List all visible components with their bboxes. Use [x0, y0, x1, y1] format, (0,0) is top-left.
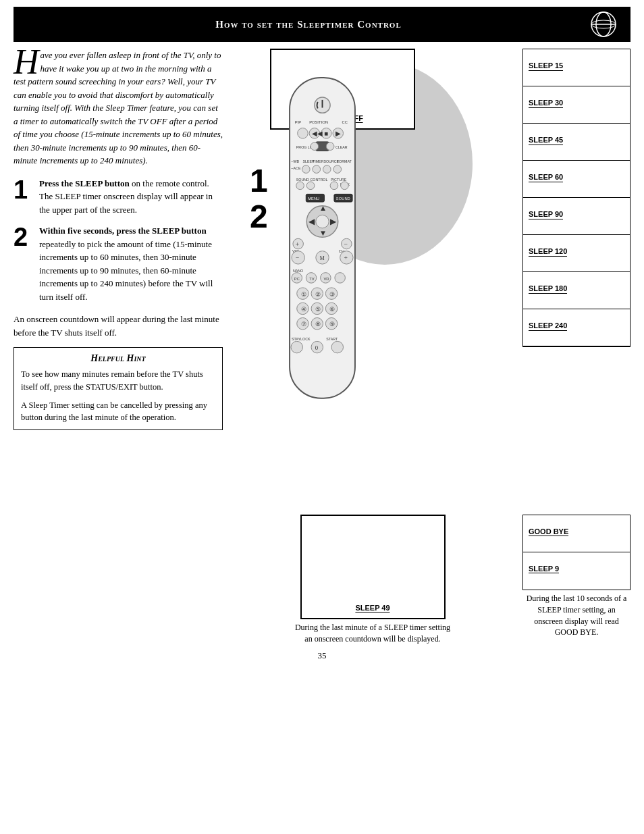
svg-text:−: −: [296, 254, 299, 261]
bottom-left-caption: During the last minute of a SLEEP timer …: [292, 622, 454, 645]
step-2-text: Within five seconds, press the SLEEP but…: [39, 224, 223, 303]
svg-text:▲: ▲: [319, 204, 327, 213]
right-panel: SLEEP 15 SLEEP 30 SLEEP 45 SLEEP 60 SLEE…: [522, 49, 630, 347]
step-note: An onscreen countdown will appear during…: [14, 313, 223, 339]
sleep-goodbye-item: GOOD BYE: [523, 515, 630, 552]
svg-text:▼: ▼: [319, 229, 327, 238]
svg-text:⑧: ⑧: [315, 321, 321, 328]
svg-point-29: [313, 165, 321, 174]
page-number: 35: [0, 650, 644, 661]
svg-text:+: +: [344, 254, 347, 261]
svg-text:POSITION: POSITION: [309, 120, 328, 124]
svg-text:⑦: ⑦: [301, 321, 306, 328]
bottom-area: SLEEP 49 During the last minute of a SLE…: [14, 515, 630, 645]
sleep-item-90: SLEEP 90: [523, 198, 630, 235]
steps-numbers-overlay: 1 2: [250, 163, 268, 235]
svg-point-20: [311, 142, 319, 151]
svg-text:①: ①: [301, 291, 306, 298]
svg-point-36: [306, 182, 315, 190]
svg-point-35: [296, 182, 304, 190]
svg-point-92: [331, 341, 343, 353]
svg-text:TV: TV: [309, 277, 315, 281]
svg-text:PC: PC: [294, 277, 300, 281]
bottom-center-screen: SLEEP 49: [300, 515, 446, 619]
hint-title: Helpful Hint: [21, 353, 215, 364]
step-2-bold: Within five seconds, press the SLEEP but…: [39, 226, 207, 236]
bottom-right-caption: During the last 10 seconds of a SLEEP ti…: [522, 593, 630, 638]
svg-text:CLEAR: CLEAR: [336, 145, 348, 149]
step-overlay-2: 2: [250, 199, 268, 235]
svg-point-44: [316, 215, 329, 228]
sleep-label-45: SLEEP 45: [529, 136, 563, 145]
svg-point-37: [330, 182, 338, 190]
step-1-bold: Press the SLEEP button: [39, 178, 130, 188]
step-2-number: 2: [14, 224, 32, 250]
intro-text: Have you ever fallen asleep in front of …: [14, 49, 223, 167]
svg-text:--WB: --WB: [291, 159, 300, 163]
bottom-right-wrap: GOOD BYE SLEEP 9 During the last 10 seco…: [522, 515, 630, 645]
sleep-label-15: SLEEP 15: [529, 61, 563, 71]
svg-text:SOUND CONTROL: SOUND CONTROL: [296, 178, 328, 182]
svg-text:CC: CC: [342, 120, 348, 124]
sleep-9-item: SLEEP 9: [523, 552, 630, 590]
sleep-label-180: SLEEP 180: [529, 284, 567, 294]
step-2: 2 Within five seconds, press the SLEEP b…: [14, 224, 223, 303]
sleep-label-90: SLEEP 90: [529, 210, 563, 219]
goodbye-label: GOOD BYE: [529, 527, 568, 536]
step-1-text: Press the SLEEP button on the remote con…: [39, 177, 223, 217]
svg-text:MENU: MENU: [308, 197, 319, 201]
svg-text:PICTURE: PICTURE: [331, 178, 347, 182]
svg-text:−: −: [344, 240, 347, 248]
sleep-label-120: SLEEP 120: [529, 247, 567, 257]
svg-text:⑥: ⑥: [329, 306, 335, 313]
svg-text:■: ■: [324, 130, 328, 137]
svg-text:▶: ▶: [330, 217, 337, 226]
bottom-left-spacer: [14, 515, 223, 645]
svg-point-30: [323, 165, 331, 174]
svg-text:NANO: NANO: [293, 269, 303, 273]
hint-box: Helpful Hint To see how many minutes rem…: [14, 347, 223, 430]
bottom-center-screen-label: SLEEP 49: [355, 604, 390, 613]
bottom-right-sleep-box: GOOD BYE SLEEP 9: [522, 515, 630, 590]
svg-point-21: [326, 142, 334, 151]
page-header: How to set the Sleeptimer Control: [14, 7, 630, 42]
step-1-number: 1: [14, 177, 32, 203]
svg-text:▶: ▶: [336, 130, 341, 137]
svg-point-89: [291, 341, 302, 353]
step-overlay-1: 1: [250, 163, 268, 199]
svg-text:⑤: ⑤: [315, 306, 321, 313]
svg-point-38: [341, 182, 349, 190]
main-content: Have you ever fallen asleep in front of …: [14, 42, 630, 501]
svg-point-10: [298, 128, 308, 139]
step-1: 1 Press the SLEEP button on the remote c…: [14, 177, 223, 217]
header-title: How to set the Sleeptimer Control: [27, 19, 590, 30]
hint-text2: A Sleep Timer setting can be cancelled b…: [21, 399, 215, 425]
sleep-item-120: SLEEP 120: [523, 235, 630, 272]
svg-text:◀◀: ◀◀: [312, 130, 323, 137]
svg-text:SOUND: SOUND: [336, 197, 350, 201]
sleep-item-30: SLEEP 30: [523, 86, 630, 124]
center-right: SLEEP OFF 1 2 PIP POSITION CC: [230, 49, 630, 501]
sleep-label-30: SLEEP 30: [529, 99, 563, 108]
svg-point-31: [333, 165, 342, 174]
sleep-item-15: SLEEP 15: [523, 49, 630, 86]
network-icon: [590, 11, 617, 38]
svg-text:②: ②: [315, 291, 321, 298]
svg-text:--ACE: --ACE: [291, 166, 301, 170]
hint-text1: To see how many minutes remain before th…: [21, 368, 215, 394]
svg-text:⑨: ⑨: [329, 321, 335, 328]
sleep-item-180: SLEEP 180: [523, 272, 630, 309]
sleep-item-45: SLEEP 45: [523, 124, 630, 161]
svg-text:PIP: PIP: [295, 120, 301, 124]
left-column: Have you ever fallen asleep in front of …: [14, 49, 223, 501]
sleep-label-240: SLEEP 240: [529, 321, 567, 331]
svg-point-68: [335, 273, 346, 284]
step-2-rest: repeatedly to pick the amount of time (1…: [39, 239, 213, 302]
drop-cap: H: [14, 49, 39, 75]
bottom-center-wrap: SLEEP 49 During the last minute of a SLE…: [230, 515, 516, 645]
sleep-item-240: SLEEP 240: [523, 309, 630, 346]
svg-text:STAYLOCK: STAYLOCK: [292, 337, 311, 341]
svg-text:START: START: [326, 337, 338, 341]
remote-svg: PIP POSITION CC ◀◀ ■ ▶ PROG LIST CLEAR: [270, 69, 375, 420]
svg-text:0: 0: [315, 344, 319, 351]
